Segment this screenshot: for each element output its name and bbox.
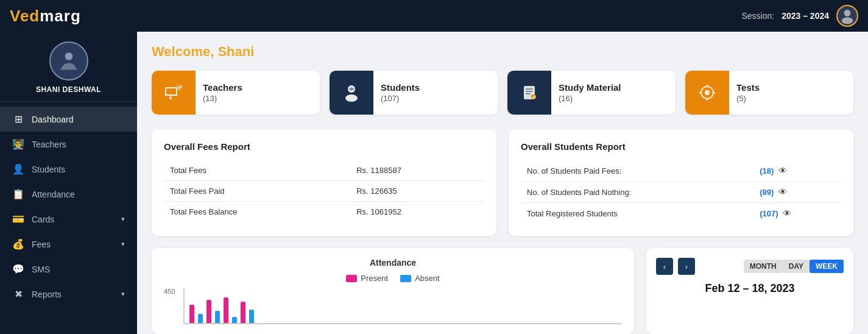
stat-icon-teachers xyxy=(152,71,196,115)
stat-label-teachers: Teachers xyxy=(203,82,242,93)
nav-icon-sms: 💬 xyxy=(12,263,24,275)
stat-icon-students xyxy=(330,71,373,115)
sidebar: SHANI DESHWAL ⊞ Dashboard 👨‍🏫 Teachers 👤… xyxy=(0,32,137,334)
sidebar-item-reports[interactable]: ✖ Reports ▾ xyxy=(0,282,137,307)
bar-absent-2 xyxy=(215,311,220,323)
cal-next-button[interactable]: › xyxy=(678,258,695,275)
bar-present-4 xyxy=(241,302,245,323)
table-row: No. of Students Paid Nothing:(89) 👁 xyxy=(521,182,841,203)
svg-point-2 xyxy=(65,52,72,60)
sidebar-item-sms[interactable]: 💬 SMS xyxy=(0,257,137,282)
svg-rect-4 xyxy=(166,88,176,94)
sidebar-user: SHANI DESHWAL xyxy=(0,32,137,102)
nav-label-dashboard: Dashboard xyxy=(32,115,74,124)
stat-count-tests: (5) xyxy=(736,94,760,103)
present-dot xyxy=(346,275,357,282)
cal-view-btn-month[interactable]: MONTH xyxy=(744,260,783,273)
nav-icon-students: 👤 xyxy=(12,163,24,175)
cal-header: ‹ › MONTHDAYWEEK xyxy=(656,258,844,275)
svg-rect-5 xyxy=(164,94,178,96)
main-layout: SHANI DESHWAL ⊞ Dashboard 👨‍🏫 Teachers 👤… xyxy=(0,32,868,334)
stat-text-study_material: Study Material (16) xyxy=(551,77,629,108)
stat-label-tests: Tests xyxy=(736,82,760,93)
calendar-card: ‹ › MONTHDAYWEEK Feb 12 – 18, 2023 xyxy=(646,248,853,334)
stat-card-students[interactable]: Students (107) xyxy=(330,71,498,115)
stats-row: Teachers (13) Students (107) Study Mater… xyxy=(152,71,853,115)
students-report-title: Overall Students Report xyxy=(521,141,841,152)
table-row: Total Fees BalanceRs. 1061952 xyxy=(164,202,484,222)
attendance-card: Attendance Present Absent 450 xyxy=(152,248,634,334)
cal-view-btn-week[interactable]: WEEK xyxy=(810,260,844,273)
svg-point-1 xyxy=(842,17,853,24)
sidebar-item-dashboard[interactable]: ⊞ Dashboard xyxy=(0,107,137,132)
cal-view-buttons: MONTHDAYWEEK xyxy=(744,260,844,273)
nav-icon-teachers: 👨‍🏫 xyxy=(12,138,24,150)
bottom-row: Attendance Present Absent 450 xyxy=(152,248,853,334)
stat-count-students: (107) xyxy=(381,94,420,103)
stat-text-teachers: Teachers (13) xyxy=(196,77,250,108)
stat-count-teachers: (13) xyxy=(203,94,242,103)
y-axis-top: 450 xyxy=(164,288,175,295)
attendance-title: Attendance xyxy=(164,258,622,268)
nav-icon-reports: ✖ xyxy=(12,288,24,300)
stat-card-study_material[interactable]: Study Material (16) xyxy=(507,71,676,115)
sidebar-item-fees[interactable]: 💰 Fees ▾ xyxy=(0,232,137,257)
fees-report-title: Overall Fees Report xyxy=(164,141,484,152)
present-label: Present xyxy=(361,274,388,283)
stat-count-study_material: (16) xyxy=(559,94,621,103)
fees-report-table: Total FeesRs. 1188587Total Fees PaidRs. … xyxy=(164,160,484,222)
eye-icon: 👁 xyxy=(778,166,787,176)
welcome-heading: Welcome, Shani xyxy=(152,44,853,60)
fees-row-value: Rs. 1061952 xyxy=(350,202,484,222)
fees-row-value: Rs. 1188587 xyxy=(350,160,484,181)
stat-card-tests[interactable]: Tests (5) xyxy=(685,71,853,115)
nav-label-reports: Reports xyxy=(32,290,62,299)
nav-label-attendance: Attendance xyxy=(32,190,75,199)
stat-icon-study_material xyxy=(507,71,551,115)
stat-card-teachers[interactable]: Teachers (13) xyxy=(152,71,320,115)
absent-dot xyxy=(400,275,411,282)
nav-label-cards: Cards xyxy=(32,215,54,224)
sidebar-item-attendance[interactable]: 📋 Attendance xyxy=(0,182,137,207)
fees-row-label: Total Fees Paid xyxy=(164,181,350,202)
stat-label-students: Students xyxy=(381,82,420,93)
students-row-value: (89) 👁 xyxy=(753,182,841,203)
stat-text-tests: Tests (5) xyxy=(729,77,767,108)
students-row-value: (18) 👁 xyxy=(753,160,841,182)
nav-icon-attendance: 📋 xyxy=(12,188,24,200)
svg-point-10 xyxy=(345,94,358,102)
attendance-legend: Present Absent xyxy=(164,274,622,283)
sidebar-item-students[interactable]: 👤 Students xyxy=(0,157,137,182)
chevron-reports: ▾ xyxy=(121,290,125,298)
svg-point-17 xyxy=(705,90,710,95)
logo-prefix: Ved xyxy=(10,7,40,25)
cal-prev-button[interactable]: ‹ xyxy=(656,258,673,275)
reports-row: Overall Fees Report Total FeesRs. 118858… xyxy=(152,129,853,236)
stat-icon-tests xyxy=(685,71,729,115)
content-area: Welcome, Shani Teachers (13) Students (1… xyxy=(137,32,868,334)
cal-date-range: Feb 12 – 18, 2023 xyxy=(656,282,844,295)
students-row-label: Total Registered Students xyxy=(521,203,753,224)
svg-rect-12 xyxy=(526,88,533,90)
session-value: 2023 – 2024 xyxy=(782,11,829,21)
top-header: Vedmarg Session: 2023 – 2024 xyxy=(0,0,868,32)
chevron-cards: ▾ xyxy=(121,215,125,223)
bar-present-2 xyxy=(206,300,211,323)
fees-row-value: Rs. 126635 xyxy=(350,181,484,202)
logo-suffix: marg xyxy=(40,7,81,25)
legend-absent: Absent xyxy=(400,274,439,283)
nav-label-students: Students xyxy=(32,165,65,174)
nav-icon-fees: 💰 xyxy=(12,238,24,250)
cal-view-btn-day[interactable]: DAY xyxy=(783,260,810,273)
svg-rect-14 xyxy=(526,93,531,94)
sidebar-item-teachers[interactable]: 👨‍🏫 Teachers xyxy=(0,132,137,157)
nav-label-fees: Fees xyxy=(32,240,51,249)
user-avatar xyxy=(49,41,88,80)
user-name: SHANI DESHWAL xyxy=(36,85,101,94)
user-avatar-header[interactable] xyxy=(836,5,858,27)
sidebar-item-cards[interactable]: 💳 Cards ▾ xyxy=(0,207,137,232)
fees-row-label: Total Fees xyxy=(164,160,350,181)
legend-present: Present xyxy=(346,274,388,283)
table-row: Total Registered Students(107) 👁 xyxy=(521,203,841,224)
nav-icon-dashboard: ⊞ xyxy=(12,113,24,125)
